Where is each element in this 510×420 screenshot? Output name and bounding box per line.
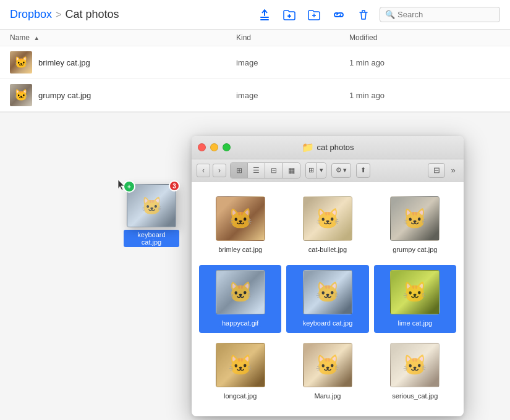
back-button[interactable]: ‹ bbox=[197, 164, 210, 177]
finder-toolbar: ‹ › ⊞ ☰ ⊟ ▦ ⊞ ▾ ⚙ ▾ ⬆ ⊟ » bbox=[192, 159, 464, 182]
share-button[interactable]: ⬆ bbox=[356, 163, 370, 178]
breadcrumb: Dropbox > Cat photos bbox=[10, 8, 256, 21]
finder-item[interactable]: grumpy cat.jpg bbox=[374, 191, 456, 260]
minimize-button[interactable] bbox=[210, 143, 218, 151]
search-input[interactable] bbox=[397, 10, 495, 19]
upload-icon[interactable] bbox=[256, 6, 273, 23]
finder-content: brimley cat.jpgcat-bullet.jpggrumpy cat.… bbox=[192, 182, 464, 416]
finder-thumb bbox=[216, 196, 265, 241]
file-name-cell: grumpy cat.jpg bbox=[10, 84, 236, 106]
column-view-button[interactable]: ⊟ bbox=[265, 163, 283, 178]
finder-item[interactable]: lime cat.jpg bbox=[374, 265, 456, 334]
new-folder-icon[interactable] bbox=[281, 6, 298, 23]
drag-count-badge: 3 bbox=[169, 180, 180, 191]
file-thumb-brimley bbox=[10, 51, 32, 74]
link-icon[interactable] bbox=[330, 6, 347, 23]
list-view-button[interactable]: ☰ bbox=[248, 163, 265, 178]
finder-item-name: serious_cat.jpg bbox=[389, 391, 440, 401]
view-btn-group: ⊞ ☰ ⊟ ▦ bbox=[230, 162, 300, 178]
finder-item-name: lime cat.jpg bbox=[396, 318, 435, 328]
file-kind-cell: image bbox=[236, 91, 349, 100]
file-modified-cell: 1 min ago bbox=[349, 58, 500, 67]
sort-arrow: ▲ bbox=[33, 35, 40, 41]
finder-thumb bbox=[216, 343, 265, 387]
breadcrumb-current: Cat photos bbox=[65, 8, 119, 21]
finder-title: 📁 cat photos bbox=[302, 141, 354, 153]
forward-button[interactable]: › bbox=[213, 164, 226, 177]
finder-item-name: Maru.jpg bbox=[312, 391, 344, 401]
finder-thumb bbox=[390, 270, 440, 314]
search-box[interactable]: 🔍 bbox=[380, 7, 500, 22]
table-row[interactable]: grumpy cat.jpg image 1 min ago bbox=[0, 79, 510, 112]
table-row[interactable]: brimley cat.jpg image 1 min ago bbox=[0, 46, 510, 79]
grid-size-btn[interactable]: ⊞ bbox=[306, 163, 317, 178]
col-kind-header[interactable]: Kind bbox=[236, 33, 349, 42]
finder-item-name: grumpy cat.jpg bbox=[390, 245, 440, 254]
svg-rect-2 bbox=[260, 19, 269, 20]
share-icon[interactable] bbox=[305, 6, 323, 23]
finder-thumb bbox=[303, 270, 352, 314]
finder-titlebar: 📁 cat photos bbox=[192, 136, 464, 159]
dropbox-panel: Dropbox > Cat photos bbox=[0, 0, 510, 112]
action-button[interactable]: ⚙ ▾ bbox=[331, 163, 351, 178]
delete-icon[interactable] bbox=[355, 6, 372, 23]
finder-item[interactable]: brimley cat.jpg bbox=[199, 191, 281, 260]
chevron-right-icon[interactable]: » bbox=[448, 163, 459, 178]
grid-size-group: ⊞ ▾ bbox=[305, 162, 326, 178]
finder-item-name: brimley cat.jpg bbox=[216, 245, 265, 254]
finder-item[interactable]: cat-bullet.jpg bbox=[286, 191, 368, 260]
finder-window: 📁 cat photos ‹ › ⊞ ☰ ⊟ ▦ ⊞ ▾ ⚙ ▾ ⬆ ⊟ » b… bbox=[192, 136, 464, 416]
file-kind-cell: image bbox=[236, 58, 349, 67]
dragged-item: + 3 keyboard cat.jpg bbox=[124, 184, 179, 247]
finder-thumb bbox=[303, 196, 352, 241]
file-thumb-grumpy bbox=[10, 84, 32, 106]
window-buttons bbox=[198, 143, 231, 151]
folder-icon: 📁 bbox=[302, 141, 314, 153]
finder-item[interactable]: happycat.gif bbox=[199, 265, 281, 334]
file-modified-cell: 1 min ago bbox=[349, 91, 500, 100]
finder-item-name: longcat.jpg bbox=[221, 391, 259, 401]
gear-icon: ⚙ bbox=[336, 166, 342, 174]
finder-thumb bbox=[216, 270, 265, 314]
finder-item[interactable]: Maru.jpg bbox=[286, 338, 368, 406]
breadcrumb-home[interactable]: Dropbox bbox=[10, 8, 52, 21]
close-button[interactable] bbox=[198, 143, 206, 151]
dragged-name: keyboard cat.jpg bbox=[124, 230, 179, 247]
finder-thumb bbox=[390, 343, 440, 387]
col-name-header[interactable]: Name ▲ bbox=[10, 33, 236, 42]
cursor bbox=[117, 179, 126, 194]
file-table-header: Name ▲ Kind Modified bbox=[0, 30, 510, 46]
finder-thumb bbox=[303, 343, 352, 387]
action-dropdown-arrow: ▾ bbox=[343, 166, 347, 174]
cover-flow-button[interactable]: ▦ bbox=[283, 163, 300, 178]
finder-item[interactable]: keyboard cat.jpg bbox=[286, 265, 368, 334]
finder-item[interactable]: longcat.jpg bbox=[199, 338, 281, 406]
dragged-thumb bbox=[127, 184, 176, 227]
finder-item-name: keyboard cat.jpg bbox=[300, 318, 355, 328]
maximize-button[interactable] bbox=[223, 143, 231, 151]
svg-rect-0 bbox=[260, 17, 269, 18]
finder-item-name: cat-bullet.jpg bbox=[306, 245, 349, 254]
file-name-cell: brimley cat.jpg bbox=[10, 51, 236, 74]
finder-item[interactable]: serious_cat.jpg bbox=[374, 338, 456, 406]
share-up-icon: ⬆ bbox=[360, 166, 366, 174]
finder-thumb bbox=[390, 196, 440, 241]
window-resize-button[interactable]: ⊟ bbox=[428, 163, 445, 178]
icon-view-button[interactable]: ⊞ bbox=[231, 163, 248, 178]
toolbar-icons bbox=[256, 6, 372, 23]
dropbox-header: Dropbox > Cat photos bbox=[0, 0, 510, 30]
search-icon: 🔍 bbox=[385, 10, 395, 19]
drag-add-badge: + bbox=[123, 180, 135, 193]
svg-rect-4 bbox=[287, 15, 291, 17]
finder-item-name: happycat.gif bbox=[219, 318, 261, 328]
breadcrumb-separator: > bbox=[56, 9, 61, 20]
col-modified-header[interactable]: Modified bbox=[349, 33, 500, 42]
grid-size-dropdown[interactable]: ▾ bbox=[317, 163, 326, 178]
